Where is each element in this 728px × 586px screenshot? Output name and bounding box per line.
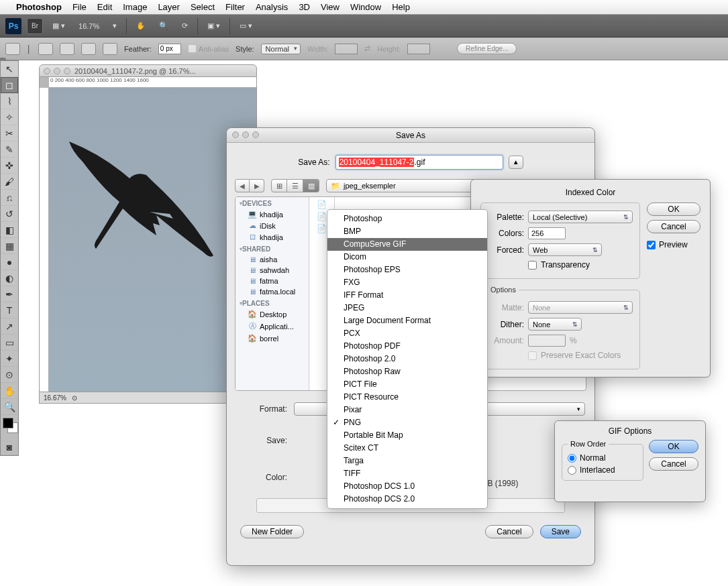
normal-radio[interactable] bbox=[568, 454, 576, 463]
zoom-tool-icon[interactable]: 🔍 bbox=[1, 399, 18, 415]
canvas[interactable] bbox=[49, 88, 256, 392]
wand-tool-icon[interactable]: ✧ bbox=[1, 109, 18, 125]
crop-tool-icon[interactable]: ✂ bbox=[1, 125, 18, 141]
format-item[interactable]: Photoshop DCS 2.0 bbox=[327, 493, 487, 506]
format-item[interactable]: FXG bbox=[327, 276, 487, 289]
format-item[interactable]: Targa bbox=[327, 455, 487, 467]
cancel-button[interactable]: Cancel bbox=[649, 457, 698, 471]
zoom-tool-icon[interactable]: 🔍 bbox=[155, 20, 172, 32]
new-selection-icon[interactable] bbox=[38, 43, 53, 55]
quickmask-icon[interactable]: ◙ bbox=[1, 439, 18, 455]
format-item[interactable]: IFF Format bbox=[327, 289, 487, 302]
history-brush-icon[interactable]: ↺ bbox=[1, 206, 18, 222]
hand-tool-icon[interactable]: ✋ bbox=[132, 20, 150, 32]
view-mode-buttons[interactable]: ⊞☰▥ bbox=[271, 179, 319, 192]
gradient-tool-icon[interactable]: ▦ bbox=[1, 238, 18, 254]
cancel-button[interactable]: Cancel bbox=[485, 525, 533, 538]
type-tool-icon[interactable]: T bbox=[1, 302, 18, 318]
intersect-selection-icon[interactable] bbox=[103, 43, 117, 55]
sidebar-item[interactable]: 🖥fatma.local bbox=[236, 286, 309, 297]
menu-edit[interactable]: Edit bbox=[97, 2, 112, 12]
marquee-tool-icon[interactable]: ◻ bbox=[1, 77, 18, 93]
menu-help[interactable]: Help bbox=[392, 2, 410, 12]
forced-select[interactable]: Web bbox=[528, 243, 602, 256]
menu-app[interactable]: Photoshop bbox=[16, 2, 62, 12]
lasso-tool-icon[interactable]: ⌇ bbox=[1, 93, 18, 109]
blur-tool-icon[interactable]: ● bbox=[1, 254, 18, 270]
pen-tool-icon[interactable]: ✒ bbox=[1, 286, 18, 302]
close-icon[interactable] bbox=[232, 131, 239, 138]
dodge-tool-icon[interactable]: ◐ bbox=[1, 270, 18, 286]
format-item[interactable]: Pixar bbox=[327, 404, 487, 416]
nav-buttons[interactable]: ◀▶ bbox=[235, 179, 264, 192]
feather-input[interactable] bbox=[158, 44, 181, 54]
style-select[interactable]: Normal bbox=[261, 44, 301, 54]
menu-analysis[interactable]: Analysis bbox=[256, 2, 288, 12]
dither-select[interactable]: None bbox=[528, 318, 582, 331]
format-item[interactable]: Dicom bbox=[327, 251, 487, 263]
format-item[interactable]: BMP bbox=[327, 225, 487, 238]
format-item[interactable]: PICT File bbox=[327, 378, 487, 391]
menu-3d[interactable]: 3D bbox=[299, 2, 310, 12]
shared-header[interactable]: SHARED bbox=[236, 243, 309, 254]
expand-button[interactable]: ▲ bbox=[509, 156, 523, 169]
format-item[interactable]: Large Document Format bbox=[327, 314, 487, 327]
preview-checkbox[interactable] bbox=[647, 241, 656, 249]
format-item[interactable]: PNG bbox=[327, 416, 487, 429]
interlaced-radio[interactable] bbox=[568, 466, 576, 475]
menu-window[interactable]: Window bbox=[350, 2, 381, 12]
info-icon[interactable]: ⊙ bbox=[72, 394, 77, 402]
format-item[interactable]: Photoshop DCS 1.0 bbox=[327, 480, 487, 493]
sidebar-item[interactable]: 🖥aisha bbox=[236, 254, 309, 265]
menu-filter[interactable]: Filter bbox=[225, 2, 245, 12]
save-button[interactable]: Save bbox=[540, 525, 581, 538]
format-item[interactable]: TIFF bbox=[327, 467, 487, 480]
menu-layer[interactable]: Layer bbox=[158, 2, 180, 12]
menu-image[interactable]: Image bbox=[123, 2, 147, 12]
ok-button[interactable]: OK bbox=[649, 440, 698, 453]
healing-tool-icon[interactable]: ✜ bbox=[1, 158, 18, 174]
devices-header[interactable]: DEVICES bbox=[236, 197, 309, 209]
places-header[interactable]: PLACES bbox=[236, 297, 309, 308]
colors-input[interactable] bbox=[528, 227, 566, 239]
zoom-icon[interactable] bbox=[252, 131, 259, 138]
hand-tool-icon[interactable]: ✋ bbox=[1, 383, 18, 399]
sidebar-item[interactable]: ⊡khadija bbox=[236, 231, 309, 243]
sidebar-item[interactable]: 🏠Desktop bbox=[236, 308, 309, 320]
format-item[interactable]: PICT Resource bbox=[327, 391, 487, 404]
bridge-icon[interactable]: Br bbox=[27, 18, 43, 34]
close-icon[interactable] bbox=[44, 68, 50, 74]
sidebar-item[interactable]: 🏠borrel bbox=[236, 333, 309, 344]
add-selection-icon[interactable] bbox=[60, 43, 74, 55]
brush-tool-icon[interactable]: 🖌 bbox=[1, 174, 18, 190]
sidebar-item[interactable]: 🖥fatma bbox=[236, 276, 309, 286]
palette-select[interactable]: Local (Selective) bbox=[528, 211, 633, 223]
eraser-tool-icon[interactable]: ◧ bbox=[1, 222, 18, 238]
zoom-level[interactable]: 16.7% bbox=[74, 21, 103, 32]
sidebar-item[interactable]: 💻khadija bbox=[236, 209, 309, 220]
menu-file[interactable]: File bbox=[72, 2, 87, 12]
ok-button[interactable]: OK bbox=[647, 202, 700, 216]
refine-edge-button[interactable]: Refine Edge... bbox=[457, 43, 517, 54]
screen-mode-icon[interactable]: ▭ ▾ bbox=[236, 20, 256, 32]
arrange-icon[interactable]: ▣ ▾ bbox=[203, 20, 224, 32]
format-item[interactable]: Photoshop PDF bbox=[327, 340, 487, 353]
color-swatch[interactable] bbox=[1, 415, 18, 439]
document-titlebar[interactable]: 20100404_111047-2.png @ 16.7%... bbox=[39, 64, 257, 77]
format-item[interactable]: Scitex CT bbox=[327, 442, 487, 455]
marquee-tool-preset[interactable] bbox=[5, 43, 20, 55]
3d-tool-icon[interactable]: ✦ bbox=[1, 351, 18, 367]
ps-icon[interactable]: Ps bbox=[5, 18, 21, 34]
minimize-icon[interactable] bbox=[54, 68, 60, 74]
dialog-titlebar[interactable]: Save As bbox=[227, 128, 594, 143]
zoom-icon[interactable] bbox=[64, 68, 70, 74]
filename-input[interactable]: 20100404_111047-2.gif bbox=[335, 155, 503, 170]
transparency-checkbox[interactable] bbox=[528, 261, 537, 270]
stamp-tool-icon[interactable]: ⎌ bbox=[1, 190, 18, 206]
format-item[interactable]: PCX bbox=[327, 327, 487, 340]
sidebar-item[interactable]: ⒶApplicati... bbox=[236, 320, 309, 333]
cancel-button[interactable]: Cancel bbox=[647, 220, 700, 233]
minimize-icon[interactable] bbox=[242, 131, 249, 138]
format-item[interactable]: Photoshop EPS bbox=[327, 263, 487, 276]
sidebar-item[interactable]: ☁iDisk bbox=[236, 220, 309, 231]
